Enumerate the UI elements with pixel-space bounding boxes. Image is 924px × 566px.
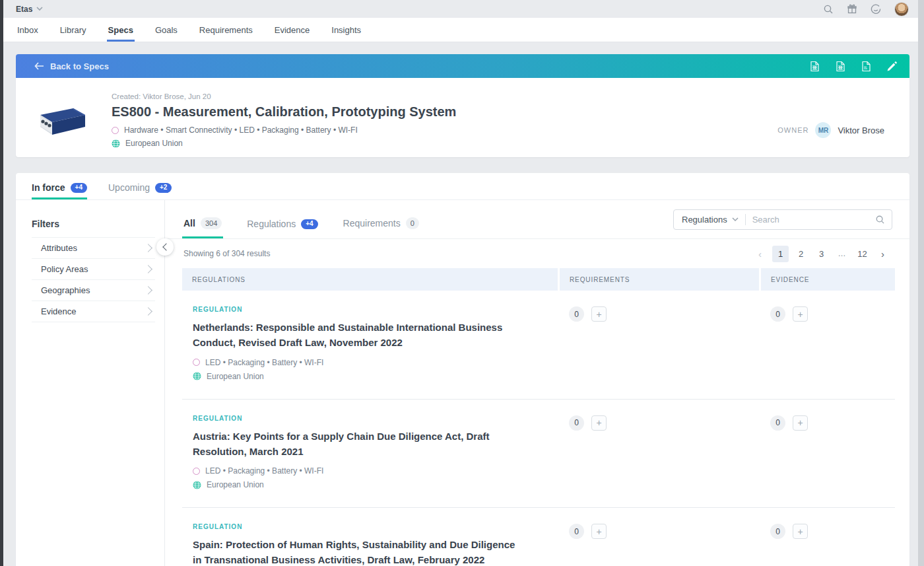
requirements-cell: 0 + (560, 291, 759, 399)
search-icon[interactable] (823, 4, 834, 15)
tab-requirements[interactable]: Requirements 0 (342, 217, 420, 238)
regulation-cell[interactable]: REGULATION Netherlands: Responsible and … (182, 291, 558, 399)
filters-title: Filters (32, 219, 155, 229)
tab-in-force[interactable]: In force +4 (32, 173, 87, 199)
filter-geographies-label: Geographies (41, 285, 90, 295)
export-sheet-icon[interactable] (809, 61, 820, 72)
nav-item-evidence[interactable]: Evidence (273, 18, 311, 42)
column-header-requirements: REQUIREMENTS (560, 268, 759, 291)
tab-upcoming-badge: +2 (155, 183, 172, 193)
attributes-ring-icon (193, 468, 200, 475)
app-logo-icon[interactable] (871, 4, 881, 15)
requirements-cell: 0 + (560, 508, 759, 566)
results-summary: Showing 6 of 304 results (183, 249, 270, 258)
spec-summary-card: Created: Viktor Brose, Jun 20 ES800 - Me… (16, 78, 909, 157)
pagination-page-1[interactable]: 1 (772, 246, 789, 262)
tab-requirements-count: 0 (406, 217, 419, 229)
pagination-page-2[interactable]: 2 (793, 246, 809, 262)
search-box: Regulations (673, 209, 892, 230)
filter-attributes[interactable]: Attributes (32, 237, 155, 258)
export-sheet-icon-2[interactable] (835, 61, 846, 72)
evidence-cell: 0 + (761, 508, 895, 566)
regulation-cell[interactable]: REGULATION Spain: Protection of Human Ri… (182, 508, 558, 566)
add-requirement-button[interactable]: + (591, 415, 607, 431)
chevron-right-icon (144, 286, 152, 295)
tab-upcoming[interactable]: Upcoming +2 (108, 173, 172, 199)
window-left-edge (0, 0, 3, 566)
banner-actions (809, 61, 898, 72)
user-avatar[interactable] (894, 2, 909, 17)
column-header-evidence: EVIDENCE (761, 268, 895, 291)
tab-all-label: All (183, 218, 195, 229)
filter-evidence[interactable]: Evidence (32, 301, 155, 322)
gift-icon[interactable] (847, 4, 857, 15)
nav-item-goals[interactable]: Goals (154, 18, 179, 42)
filter-attributes-label: Attributes (41, 243, 77, 253)
tab-all[interactable]: All 304 (182, 217, 223, 238)
main-nav: Inbox Library Specs Goals Requirements E… (3, 18, 918, 42)
filter-geographies[interactable]: Geographies (32, 279, 155, 301)
chevron-right-icon (144, 244, 152, 252)
owner-avatar[interactable]: MR (815, 122, 831, 138)
regulation-title[interactable]: Spain: Protection of Human Rights, Susta… (193, 537, 517, 566)
pagination-next-icon[interactable]: › (874, 246, 891, 262)
search-input[interactable] (752, 215, 875, 225)
nav-item-library[interactable]: Library (59, 18, 88, 42)
regulation-type-label: REGULATION (193, 523, 538, 530)
nav-item-requirements[interactable]: Requirements (198, 18, 254, 42)
evidence-count: 0 (770, 306, 785, 322)
arrow-left-icon (34, 62, 44, 70)
export-doc-icon[interactable] (861, 61, 872, 72)
regulation-attributes: LED • Packaging • Battery • WI-FI (193, 466, 538, 476)
add-requirement-button[interactable]: + (591, 524, 607, 539)
evidence-cell: 0 + (761, 291, 895, 399)
status-tabs: In force +4 Upcoming +2 (16, 173, 909, 200)
globe-icon (112, 139, 120, 148)
pagination-ellipsis: … (834, 246, 850, 262)
regulation-geography-text: European Union (207, 480, 264, 489)
collapse-sidebar-button[interactable] (156, 238, 174, 256)
regulation-type-label: REGULATION (193, 415, 538, 422)
regulation-title[interactable]: Austria: Key Points for a Supply Chain D… (193, 429, 517, 460)
spec-geography-text: European Union (125, 139, 183, 148)
add-evidence-button[interactable]: + (793, 306, 808, 322)
filter-policy-areas[interactable]: Policy Areas (32, 258, 155, 279)
search-scope-dropdown[interactable]: Regulations (682, 215, 739, 225)
nav-item-specs[interactable]: Specs (107, 18, 135, 42)
spec-banner: Back to Specs (16, 54, 909, 78)
column-header-regulations: REGULATIONS (182, 268, 558, 291)
spec-title: ES800 - Measurement, Calibration, Protot… (112, 104, 777, 120)
pagination-page-12[interactable]: 12 (854, 246, 871, 262)
regulation-title[interactable]: Netherlands: Responsible and Sustainable… (193, 320, 517, 351)
regulation-geography: European Union (193, 480, 538, 489)
nav-item-inbox[interactable]: Inbox (16, 18, 40, 42)
table-row: REGULATION Netherlands: Responsible and … (182, 291, 895, 400)
spec-attributes: Hardware • Smart Connectivity • LED • Pa… (112, 125, 777, 135)
chevron-right-icon (144, 265, 152, 273)
spec-geography: European Union (112, 139, 777, 148)
back-to-specs-link[interactable]: Back to Specs (34, 61, 109, 71)
add-requirement-button[interactable]: + (591, 306, 607, 322)
add-evidence-button[interactable]: + (793, 415, 808, 431)
regulation-attributes-text: LED • Packaging • Battery • WI-FI (205, 466, 323, 476)
chevron-right-icon (144, 307, 152, 316)
pagination: ‹ 1 2 3 … 12 › (752, 246, 891, 262)
results-toolbar: All 304 Regulations +4 Requirements 0 Re… (165, 200, 909, 239)
tab-regulations-badge: +4 (301, 219, 317, 229)
regulation-cell[interactable]: REGULATION Austria: Key Points for a Sup… (182, 400, 558, 508)
search-icon[interactable] (875, 215, 885, 225)
pagination-prev-icon[interactable]: ‹ (752, 246, 768, 262)
nav-item-insights[interactable]: Insights (330, 18, 362, 42)
edit-pencil-icon[interactable] (886, 61, 898, 72)
add-evidence-button[interactable]: + (793, 524, 808, 539)
requirements-count: 0 (569, 306, 584, 322)
chevron-down-icon (732, 217, 739, 222)
search-divider (745, 214, 746, 225)
regulation-attributes: LED • Packaging • Battery • WI-FI (193, 358, 538, 367)
requirements-count: 0 (569, 415, 584, 431)
evidence-count: 0 (770, 524, 785, 539)
workspace-switcher[interactable]: Etas (16, 5, 43, 14)
created-by-line: Created: Viktor Brose, Jun 20 (112, 92, 777, 100)
tab-regulations[interactable]: Regulations +4 (246, 219, 319, 238)
pagination-page-3[interactable]: 3 (813, 246, 830, 262)
